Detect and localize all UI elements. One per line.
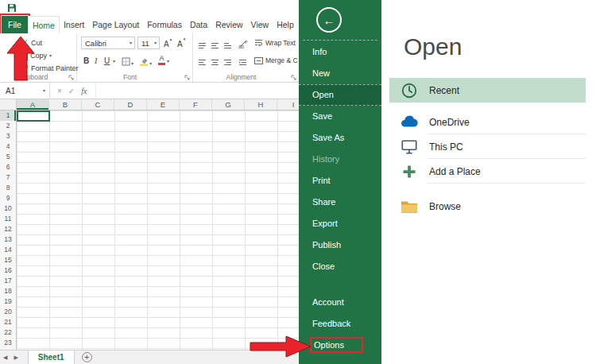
row-header-9[interactable]: 9 bbox=[0, 193, 16, 203]
sidebar-item-account[interactable]: Account bbox=[299, 292, 381, 313]
tab-view[interactable]: View bbox=[247, 16, 273, 33]
tab-data[interactable]: Data bbox=[186, 16, 211, 33]
decrease-indent-icon[interactable] bbox=[238, 56, 247, 66]
row-header-23[interactable]: 23 bbox=[0, 338, 16, 348]
wrap-text-button[interactable]: Wrap Text bbox=[254, 37, 296, 48]
sidebar-item-new[interactable]: New bbox=[299, 63, 381, 84]
borders-icon[interactable]: ▾ bbox=[122, 56, 134, 66]
row-header-1[interactable]: 1 bbox=[0, 110, 16, 121]
row-header-19[interactable]: 19 bbox=[0, 296, 16, 307]
column-header-b[interactable]: B bbox=[49, 99, 82, 110]
row-header-7[interactable]: 7 bbox=[0, 172, 16, 183]
sidebar-item-options[interactable]: Options bbox=[299, 335, 381, 356]
open-item-recent[interactable]: Recent bbox=[389, 78, 586, 103]
sheet-nav-left-icon[interactable]: ◀ bbox=[0, 354, 10, 361]
sidebar-item-feedback[interactable]: Feedback bbox=[299, 313, 381, 335]
row-header-2[interactable]: 2 bbox=[0, 121, 16, 131]
align-center-icon[interactable] bbox=[211, 56, 219, 66]
cut-button[interactable]: Cut bbox=[21, 37, 42, 48]
column-header-f[interactable]: F bbox=[180, 99, 212, 110]
font-size-select[interactable]: 11 ▾ bbox=[137, 37, 160, 49]
insert-function-icon[interactable]: fx bbox=[81, 87, 87, 95]
align-bottom-icon[interactable] bbox=[223, 39, 232, 49]
fill-color-icon[interactable]: ▾ bbox=[139, 56, 152, 66]
row-header-3[interactable]: 3 bbox=[0, 131, 16, 141]
tab-help[interactable]: Help bbox=[273, 16, 298, 33]
formula-enter-icon[interactable]: ✓ bbox=[68, 87, 75, 95]
row-header-16[interactable]: 16 bbox=[0, 265, 16, 276]
tab-review[interactable]: Review bbox=[211, 16, 246, 33]
column-header-c[interactable]: C bbox=[82, 99, 114, 110]
underline-button[interactable]: U bbox=[104, 55, 110, 65]
merge-center-button[interactable]: Merge & C ▾ bbox=[254, 55, 303, 66]
clipboard-dialog-launcher-icon[interactable] bbox=[68, 75, 74, 80]
column-header-i[interactable]: I bbox=[277, 99, 299, 110]
sidebar-item-info[interactable]: Info bbox=[299, 41, 381, 63]
row-header-10[interactable]: 10 bbox=[0, 203, 16, 214]
increase-font-size-icon[interactable]: A▴ bbox=[164, 38, 172, 48]
sidebar-item-save-as[interactable]: Save As bbox=[299, 127, 381, 149]
bold-button[interactable]: B bbox=[83, 55, 89, 65]
open-item-add-a-place[interactable]: Add a Place bbox=[389, 159, 586, 184]
sidebar-item-save[interactable]: Save bbox=[299, 106, 381, 127]
column-header-h[interactable]: H bbox=[245, 99, 277, 110]
font-name-select[interactable]: Calibri ▾ bbox=[81, 37, 135, 49]
column-header-d[interactable]: D bbox=[114, 99, 147, 110]
sidebar-item-close[interactable]: Close bbox=[299, 256, 381, 277]
align-middle-icon[interactable] bbox=[211, 39, 219, 49]
row-header-8[interactable]: 8 bbox=[0, 183, 16, 193]
font-color-icon[interactable]: A bbox=[158, 55, 165, 65]
formula-input[interactable] bbox=[96, 83, 299, 99]
tab-formulas[interactable]: Formulas bbox=[143, 16, 186, 33]
alignment-dialog-launcher-icon[interactable] bbox=[291, 75, 296, 80]
row-header-14[interactable]: 14 bbox=[0, 245, 16, 255]
row-header-11[interactable]: 11 bbox=[0, 214, 16, 224]
font-dialog-launcher-icon[interactable] bbox=[184, 75, 190, 80]
row-header-21[interactable]: 21 bbox=[0, 317, 16, 327]
tab-insert[interactable]: Insert bbox=[60, 16, 88, 33]
orientation-icon[interactable]: ab bbox=[238, 38, 249, 48]
align-top-icon[interactable] bbox=[198, 39, 207, 49]
align-right-icon[interactable] bbox=[223, 56, 232, 66]
copy-button[interactable]: Copy ▾ bbox=[21, 50, 52, 61]
row-header-4[interactable]: 4 bbox=[0, 141, 16, 152]
format-painter-button[interactable]: Format Painter bbox=[21, 63, 79, 74]
screenshot-root: FileHomeInsertPage LayoutFormulasDataRev… bbox=[0, 0, 596, 364]
tab-file[interactable]: File bbox=[2, 16, 28, 33]
align-left-icon[interactable] bbox=[198, 56, 207, 66]
row-header-13[interactable]: 13 bbox=[0, 234, 16, 245]
row-header-15[interactable]: 15 bbox=[0, 255, 16, 265]
row-header-20[interactable]: 20 bbox=[0, 307, 16, 317]
column-header-g[interactable]: G bbox=[212, 99, 245, 110]
row-header-17[interactable]: 17 bbox=[0, 276, 16, 286]
open-item-this-pc[interactable]: This PC bbox=[389, 134, 586, 159]
row-header-5[interactable]: 5 bbox=[0, 152, 16, 162]
tab-page-layout[interactable]: Page Layout bbox=[88, 16, 143, 33]
decrease-font-size-icon[interactable]: A▾ bbox=[177, 38, 185, 48]
tab-home[interactable]: Home bbox=[28, 16, 60, 33]
sidebar-item-export[interactable]: Export bbox=[299, 213, 381, 234]
save-icon[interactable] bbox=[7, 3, 17, 13]
row-header-18[interactable]: 18 bbox=[0, 286, 16, 296]
column-header-a[interactable]: A bbox=[17, 99, 49, 110]
row-header-22[interactable]: 22 bbox=[0, 327, 16, 338]
cells-area[interactable] bbox=[17, 110, 299, 350]
open-item-onedrive[interactable]: OneDrive bbox=[389, 110, 586, 134]
sidebar-item-share[interactable]: Share bbox=[299, 192, 381, 213]
back-button[interactable]: ← bbox=[316, 7, 342, 33]
sidebar-item-publish[interactable]: Publish bbox=[299, 234, 381, 256]
italic-button[interactable]: I bbox=[95, 55, 97, 65]
name-box[interactable]: A1 ▾ bbox=[0, 83, 50, 99]
row-header-12[interactable]: 12 bbox=[0, 224, 16, 234]
sheet-tab-sheet1[interactable]: Sheet1 bbox=[28, 350, 75, 364]
sidebar-item-label: Save As bbox=[312, 133, 344, 142]
sidebar-item-print[interactable]: Print bbox=[299, 170, 381, 192]
add-sheet-button[interactable]: + bbox=[82, 352, 92, 362]
column-header-e[interactable]: E bbox=[147, 99, 180, 110]
sidebar-item-open[interactable]: Open bbox=[299, 84, 381, 106]
formula-cancel-icon[interactable]: × bbox=[57, 87, 62, 95]
sheet-nav-right-icon[interactable]: ▶ bbox=[10, 354, 21, 361]
open-item-browse[interactable]: Browse bbox=[389, 194, 586, 219]
row-header-6[interactable]: 6 bbox=[0, 162, 16, 172]
select-all-corner[interactable] bbox=[0, 99, 17, 110]
